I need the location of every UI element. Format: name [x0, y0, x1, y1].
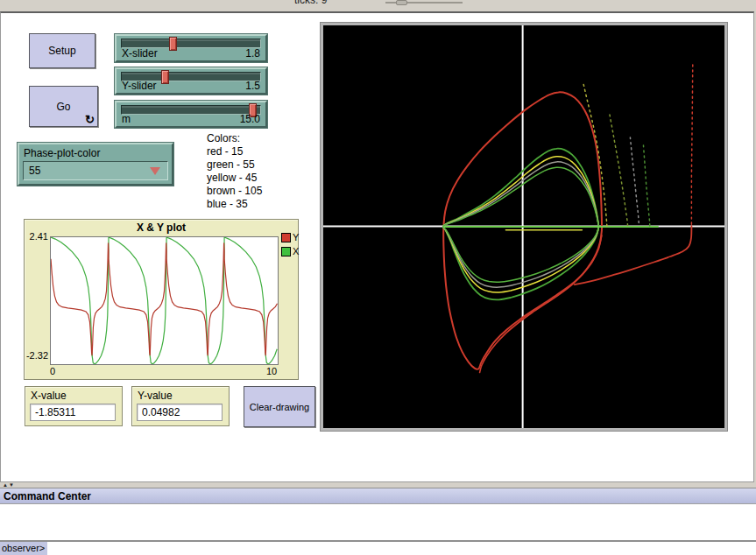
phase-curve-gray-dotted-transient	[630, 137, 639, 226]
plot-title: X & Y plot	[25, 221, 298, 234]
phase-curve-green-inner-loop	[443, 167, 598, 282]
phase-curve-yellow-loop	[443, 157, 598, 292]
phase-curve-red-approach-sweep	[575, 226, 692, 285]
x-value-monitor-field: -1.85311	[30, 404, 116, 421]
y-slider-label: Y-slider	[122, 80, 157, 92]
colors-note-title: Colors:	[207, 132, 262, 145]
phase-portrait-canvas	[323, 25, 724, 428]
x-value-monitor: X-value -1.85311	[25, 386, 123, 426]
phase-curve-gray-loop	[443, 162, 598, 287]
plot-canvas	[51, 237, 278, 364]
speed-slider-thumb[interactable]	[396, 0, 407, 5]
m-slider-label: m	[122, 113, 131, 125]
phase-curve-olive-dotted-transient	[610, 115, 628, 227]
y-slider[interactable]: Y-slider 1.5	[115, 67, 267, 95]
chooser-selected-value: 55	[29, 165, 40, 177]
y-value-monitor-label: Y-value	[138, 390, 173, 402]
y-value-monitor: Y-value 0.04982	[131, 386, 230, 426]
m-slider-value: 15.0	[240, 113, 260, 125]
command-center-title: Command Center	[4, 490, 91, 502]
x-slider-label: X-slider	[122, 47, 158, 60]
plot-series-y	[51, 242, 278, 355]
y-slider-thumb[interactable]	[161, 70, 169, 84]
colors-note-line: red - 15	[207, 145, 262, 158]
phase-plot-color-chooser[interactable]: Phase-plot-color 55	[18, 143, 173, 186]
phase-curve-green-outer-loop	[443, 149, 598, 300]
command-center-input-row: observer>	[0, 542, 756, 555]
forever-icon: ↻	[85, 114, 95, 125]
dropdown-arrow-icon[interactable]	[150, 167, 160, 175]
legend-item-x: X	[281, 246, 299, 256]
phase-curve-green-dotted-transient	[644, 145, 650, 227]
legend-label-y: Y	[293, 232, 299, 242]
y-slider-value: 1.5	[245, 80, 260, 92]
setup-button[interactable]: Setup	[29, 33, 95, 68]
colors-note-line: brown - 105	[207, 185, 262, 198]
go-button-label: Go	[56, 101, 70, 113]
ticks-counter: ticks: 9	[294, 0, 327, 6]
command-center-header[interactable]: Command Center	[0, 488, 756, 504]
observer-prompt[interactable]: observer>	[0, 542, 48, 555]
legend-swatch-x	[281, 247, 291, 256]
x-slider-thumb[interactable]	[169, 37, 177, 51]
y-value-monitor-field: 0.04982	[137, 404, 223, 421]
legend-swatch-y	[281, 233, 291, 242]
x-value-monitor-label: X-value	[31, 390, 67, 402]
x-slider-value: 1.8	[245, 47, 260, 60]
legend-label-x: X	[293, 246, 299, 256]
colors-note-line: yellow - 45	[207, 172, 262, 185]
phase-curve-red-approach-dotted	[691, 65, 692, 225]
x-slider[interactable]: X-slider 1.8	[115, 34, 267, 62]
go-button[interactable]: Go ↻	[29, 86, 98, 127]
colors-note-line: blue - 35	[207, 198, 262, 211]
plot-ymax-tick: 2.41	[26, 231, 48, 242]
colors-legend-note: Colors: red - 15 green - 55 yellow - 45 …	[207, 132, 262, 211]
plot-ymin-tick: -2.32	[25, 350, 48, 361]
command-center-output[interactable]	[0, 504, 756, 540]
chooser-label: Phase-plot-color	[24, 147, 100, 159]
chooser-value-box[interactable]: 55	[23, 161, 168, 180]
clear-drawing-button[interactable]: Clear-drawing	[244, 386, 315, 427]
legend-item-y: Y	[281, 232, 299, 242]
command-input[interactable]	[47, 542, 713, 555]
xy-plot-widget: X & Y plot 2.41 -2.32 0 10 Y X	[24, 219, 299, 380]
setup-button-label: Setup	[48, 45, 75, 57]
m-slider[interactable]: m 15.0	[115, 101, 267, 128]
plot-xmax-tick: 10	[266, 366, 277, 376]
plot-area	[50, 236, 279, 365]
colors-note-line: green - 55	[207, 158, 262, 172]
clear-drawing-button-label: Clear-drawing	[250, 402, 309, 412]
plot-series-x	[51, 237, 277, 364]
world-view[interactable]	[321, 23, 727, 431]
plot-xmin-tick: 0	[50, 366, 55, 376]
